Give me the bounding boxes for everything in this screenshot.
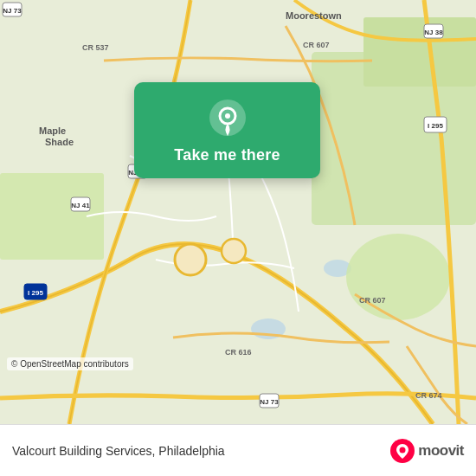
svg-text:CR 616: CR 616	[225, 348, 252, 357]
svg-text:NJ 73: NJ 73	[260, 398, 279, 406]
svg-point-7	[346, 234, 450, 320]
svg-rect-5	[363, 17, 476, 87]
svg-text:I 295: I 295	[428, 122, 443, 130]
svg-text:CR 607: CR 607	[303, 41, 330, 49]
svg-point-8	[175, 244, 206, 275]
moovit-brand-icon	[390, 439, 415, 463]
map-container: CR 537 CR 607 CR 607 CR 616 CR 674 NJ 73…	[0, 0, 476, 424]
map-attribution: © OpenStreetMap contributors	[7, 357, 133, 370]
svg-point-34	[225, 113, 230, 119]
svg-text:CR 537: CR 537	[82, 43, 109, 52]
svg-text:Shade: Shade	[45, 137, 74, 147]
location-label: Valcourt Building Services, Philadelphia	[12, 444, 225, 458]
location-pin-icon	[208, 98, 248, 138]
moovit-logo: moovit	[390, 439, 464, 463]
svg-text:NJ 38: NJ 38	[424, 29, 443, 36]
svg-text:Maple: Maple	[39, 125, 66, 136]
svg-point-36	[400, 447, 406, 453]
svg-text:CR 607: CR 607	[359, 296, 386, 305]
take-me-there-button[interactable]: Take me there	[134, 82, 320, 178]
svg-text:CR 674: CR 674	[415, 391, 442, 400]
svg-text:NJ 41: NJ 41	[71, 202, 90, 209]
footer: Valcourt Building Services, Philadelphia…	[0, 424, 476, 476]
moovit-wordmark: moovit	[418, 442, 464, 460]
svg-text:NJ 73: NJ 73	[3, 7, 22, 15]
take-me-there-label: Take me there	[174, 146, 280, 164]
svg-text:I 295: I 295	[28, 289, 43, 297]
svg-text:Moorestown: Moorestown	[286, 10, 342, 21]
svg-point-9	[222, 239, 246, 263]
